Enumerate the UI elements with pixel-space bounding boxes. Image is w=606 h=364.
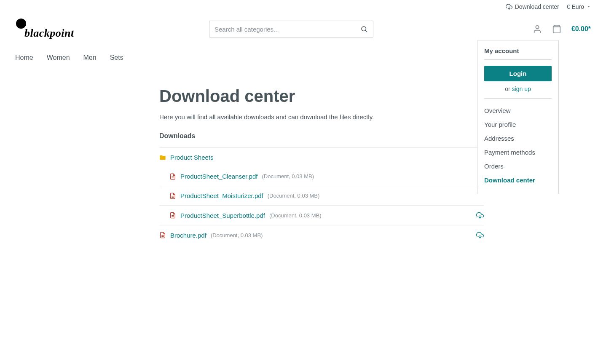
- header-right: €0.00*: [533, 24, 591, 34]
- search-icon[interactable]: [360, 25, 368, 33]
- account-dropdown: My account Login or sign up Overview You…: [477, 40, 559, 194]
- cart-icon[interactable]: [552, 24, 561, 34]
- logo-text: blackpoint: [24, 27, 74, 40]
- file-meta: (Document, 0.03 MB): [262, 173, 314, 179]
- account-link-overview[interactable]: Overview: [484, 104, 552, 118]
- currency-label: € Euro: [567, 3, 584, 10]
- content: Download center Here you will find all a…: [159, 87, 484, 245]
- account-link-orders[interactable]: Orders: [484, 159, 552, 173]
- file-meta: (Document, 0.03 MB): [269, 212, 322, 219]
- pdf-icon: [169, 212, 176, 219]
- folder-link[interactable]: Product Sheets: [170, 154, 214, 161]
- currency-selector[interactable]: € Euro: [567, 3, 591, 10]
- account-links: Overview Your profile Addresses Payment …: [484, 104, 552, 187]
- top-bar: Download center € Euro: [0, 0, 606, 10]
- login-button[interactable]: Login: [484, 66, 552, 81]
- file-meta: (Document, 0.03 MB): [211, 232, 263, 238]
- user-icon[interactable]: [533, 24, 542, 34]
- nav-women[interactable]: Women: [47, 54, 70, 62]
- signup-or: or: [505, 86, 512, 92]
- top-download-center-label: Download center: [515, 3, 559, 10]
- main: Download center Here you will find all a…: [0, 70, 506, 262]
- cart-total[interactable]: €0.00*: [571, 25, 591, 33]
- folder-row: Product Sheets: [159, 148, 484, 167]
- page-description: Here you will find all available downloa…: [159, 113, 484, 120]
- file-link[interactable]: Brochure.pdf: [170, 232, 206, 239]
- search-wrap: [209, 21, 373, 37]
- account-link-payment[interactable]: Payment methods: [484, 145, 552, 159]
- file-row: ProductSheet_Cleanser.pdf (Document, 0.0…: [159, 167, 484, 186]
- file-link[interactable]: ProductSheet_Superbottle.pdf: [180, 212, 265, 219]
- top-download-center-link[interactable]: Download center: [506, 3, 559, 10]
- account-dropdown-title: My account: [484, 47, 552, 60]
- file-link[interactable]: ProductSheet_Moisturizer.pdf: [180, 192, 263, 199]
- chevron-down-icon: [587, 5, 591, 9]
- search-input[interactable]: [215, 26, 360, 33]
- svg-line-1: [365, 30, 367, 32]
- account-link-addresses[interactable]: Addresses: [484, 131, 552, 145]
- header: blackpoint €0.00*: [0, 10, 606, 44]
- nav-men[interactable]: Men: [83, 54, 97, 62]
- download-button[interactable]: [476, 211, 484, 219]
- cloud-download-icon: [506, 3, 512, 10]
- search-box: [209, 21, 373, 37]
- signup-link[interactable]: sign up: [512, 86, 531, 92]
- file-list: Product Sheets ProductSheet_Cleanser.pdf…: [159, 147, 484, 245]
- file-row: ProductSheet_Superbottle.pdf (Document, …: [159, 205, 484, 225]
- section-heading: Downloads: [159, 132, 484, 140]
- file-meta: (Document, 0.03 MB): [268, 193, 320, 199]
- account-link-download-center[interactable]: Download center: [484, 173, 552, 187]
- logo[interactable]: blackpoint: [15, 19, 99, 40]
- pdf-icon: [169, 193, 176, 199]
- download-button[interactable]: [476, 231, 484, 239]
- page-title: Download center: [159, 87, 484, 106]
- svg-point-0: [362, 27, 366, 31]
- svg-point-2: [536, 26, 539, 29]
- account-link-profile[interactable]: Your profile: [484, 118, 552, 131]
- file-link[interactable]: ProductSheet_Cleanser.pdf: [180, 173, 257, 180]
- folder-icon: [159, 154, 166, 161]
- nav-home[interactable]: Home: [15, 54, 33, 62]
- file-row: Brochure.pdf (Document, 0.03 MB): [159, 225, 484, 245]
- file-row: ProductSheet_Moisturizer.pdf (Document, …: [159, 186, 484, 205]
- pdf-icon: [159, 232, 166, 238]
- signup-line: or sign up: [484, 86, 552, 99]
- pdf-icon: [169, 173, 176, 180]
- nav-sets[interactable]: Sets: [110, 54, 123, 62]
